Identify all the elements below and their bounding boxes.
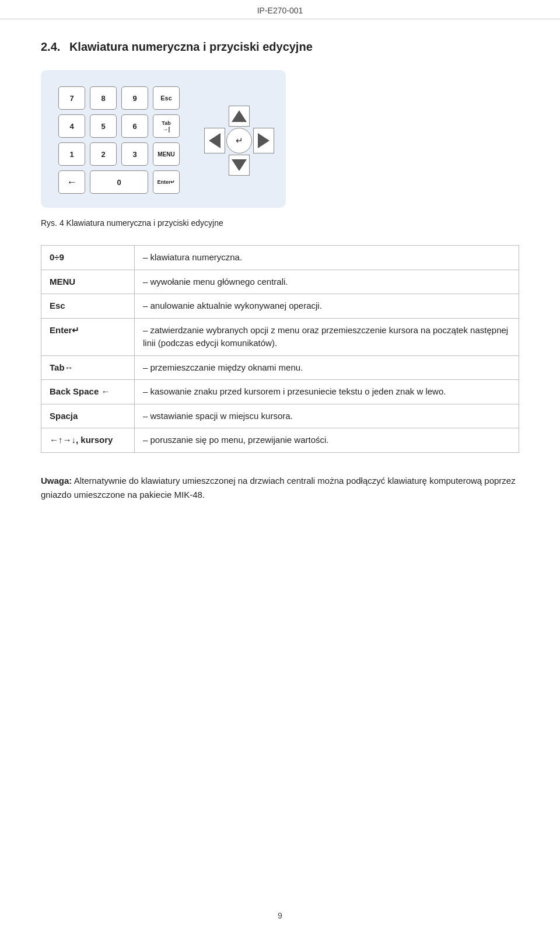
key-cell: ←↑→↓, kursory — [41, 428, 135, 453]
key-esc[interactable]: Esc — [153, 86, 180, 110]
key-enter[interactable]: Enter↵ — [153, 170, 180, 194]
nav-arrow-right[interactable] — [253, 128, 274, 153]
key-cell: Spacja — [41, 404, 135, 428]
note-label: Uwaga: — [41, 476, 72, 486]
table-row: Tab↔– przemieszczanie między oknami menu… — [41, 355, 519, 380]
note-text: Alternatywnie do klawiatury umieszczonej… — [41, 476, 516, 500]
key-zero[interactable]: 0 — [90, 170, 148, 194]
nav-cluster: ↵ — [204, 106, 274, 176]
key-1[interactable]: 1 — [58, 142, 85, 166]
figure-caption: Rys. 4 Klawiatura numeryczna i przyciski… — [41, 218, 519, 228]
key-tab[interactable]: Tab→| — [153, 114, 180, 138]
left-triangle — [209, 133, 220, 148]
section-heading: 2.4. Klawiatura numeryczna i przyciski e… — [41, 40, 519, 54]
table-row: 0÷9– klawiatura numeryczna. — [41, 246, 519, 270]
page-content: 2.4. Klawiatura numeryczna i przyciski e… — [0, 19, 560, 525]
key-cell: Esc — [41, 294, 135, 319]
description-cell: – anulowanie aktualnie wykonywanej opera… — [135, 294, 519, 319]
description-cell: – kasowanie znaku przed kursorem i przes… — [135, 380, 519, 404]
page-header: IP-E270-001 — [0, 0, 560, 19]
table-row: Enter↵– zatwierdzanie wybranych opcji z … — [41, 318, 519, 355]
nav-arrow-left[interactable] — [204, 128, 225, 153]
section-number: 2.4. — [41, 40, 60, 53]
key-2[interactable]: 2 — [90, 142, 117, 166]
key-backspace[interactable]: ← — [58, 170, 85, 194]
key-cell: 0÷9 — [41, 246, 135, 270]
nav-arrow-down[interactable] — [229, 155, 250, 176]
table-row: Spacja– wstawianie spacji w miejscu kurs… — [41, 404, 519, 428]
description-cell: – wstawianie spacji w miejscu kursora. — [135, 404, 519, 428]
table-row: MENU– wywołanie menu głównego centrali. — [41, 270, 519, 294]
description-cell: – wywołanie menu głównego centrali. — [135, 270, 519, 294]
note-section: Uwaga: Alternatywnie do klawiatury umies… — [41, 474, 519, 502]
key-cell: Back Space ← — [41, 380, 135, 404]
right-triangle — [258, 133, 270, 148]
table-row: ←↑→↓, kursory– poruszanie się po menu, p… — [41, 428, 519, 453]
key-9[interactable]: 9 — [121, 86, 148, 110]
description-cell: – poruszanie się po menu, przewijanie wa… — [135, 428, 519, 453]
document-id: IP-E270-001 — [257, 6, 303, 15]
key-menu[interactable]: MENU — [153, 142, 180, 166]
up-triangle — [232, 110, 247, 122]
key-table: 0÷9– klawiatura numeryczna.MENU– wywołan… — [41, 245, 519, 453]
down-triangle — [232, 159, 247, 171]
nav-center-button[interactable]: ↵ — [226, 128, 252, 153]
key-7[interactable]: 7 — [58, 86, 85, 110]
table-row: Esc– anulowanie aktualnie wykonywanej op… — [41, 294, 519, 319]
section-title: Klawiatura numeryczna i przyciski edycyj… — [69, 40, 313, 53]
key-5[interactable]: 5 — [90, 114, 117, 138]
keyboard-image-area: 7 8 9 Esc 4 5 6 Tab→| 1 2 3 MENU ← 0 Ent… — [41, 70, 286, 208]
key-cell: Enter↵ — [41, 318, 135, 355]
page-number: 9 — [278, 911, 282, 920]
table-row: Back Space ←– kasowanie znaku przed kurs… — [41, 380, 519, 404]
key-4[interactable]: 4 — [58, 114, 85, 138]
keypad: 7 8 9 Esc 4 5 6 Tab→| 1 2 3 MENU ← 0 Ent… — [58, 86, 181, 195]
key-3[interactable]: 3 — [121, 142, 148, 166]
description-cell: – zatwierdzanie wybranych opcji z menu o… — [135, 318, 519, 355]
description-cell: – przemieszczanie między oknami menu. — [135, 355, 519, 380]
nav-arrow-up[interactable] — [229, 106, 250, 127]
page-footer: 9 — [0, 911, 560, 920]
description-cell: – klawiatura numeryczna. — [135, 246, 519, 270]
key-6[interactable]: 6 — [121, 114, 148, 138]
key-8[interactable]: 8 — [90, 86, 117, 110]
key-cell: Tab↔ — [41, 355, 135, 380]
key-cell: MENU — [41, 270, 135, 294]
